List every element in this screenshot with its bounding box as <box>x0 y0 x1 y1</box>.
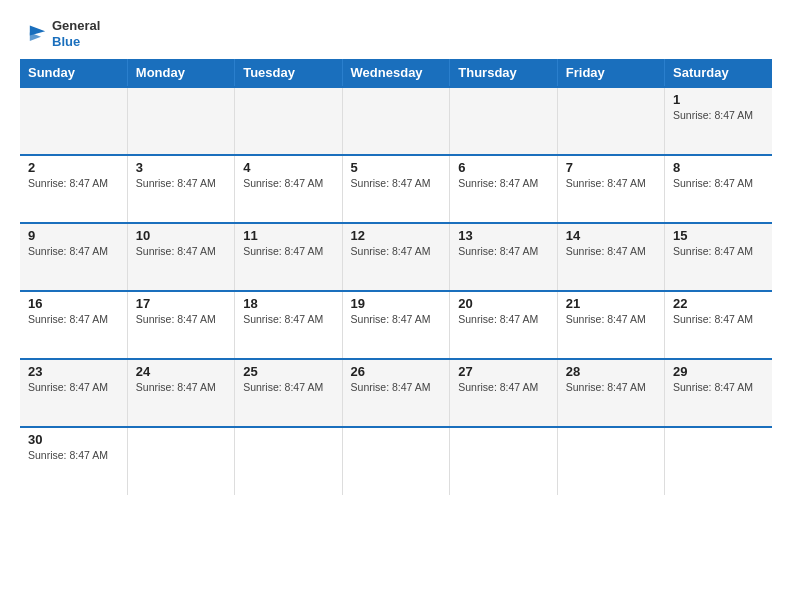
calendar-cell: 10Sunrise: 8:47 AM <box>127 223 234 291</box>
day-number: 29 <box>673 364 764 379</box>
calendar-cell <box>557 87 664 155</box>
day-info: Sunrise: 8:47 AM <box>351 245 442 257</box>
day-info: Sunrise: 8:47 AM <box>28 449 119 461</box>
calendar-cell <box>127 427 234 495</box>
day-info: Sunrise: 8:47 AM <box>673 177 764 189</box>
col-wednesday: Wednesday <box>342 59 450 87</box>
day-number: 24 <box>136 364 226 379</box>
day-number: 16 <box>28 296 119 311</box>
week-row-4: 23Sunrise: 8:47 AM24Sunrise: 8:47 AM25Su… <box>20 359 772 427</box>
day-number: 3 <box>136 160 226 175</box>
col-monday: Monday <box>127 59 234 87</box>
day-number: 10 <box>136 228 226 243</box>
day-info: Sunrise: 8:47 AM <box>243 177 333 189</box>
calendar-cell: 29Sunrise: 8:47 AM <box>664 359 772 427</box>
calendar-cell: 16Sunrise: 8:47 AM <box>20 291 127 359</box>
day-info: Sunrise: 8:47 AM <box>673 245 764 257</box>
day-info: Sunrise: 8:47 AM <box>673 381 764 393</box>
day-info: Sunrise: 8:47 AM <box>458 177 549 189</box>
calendar-cell: 27Sunrise: 8:47 AM <box>450 359 558 427</box>
calendar-cell: 18Sunrise: 8:47 AM <box>235 291 342 359</box>
day-info: Sunrise: 8:47 AM <box>28 381 119 393</box>
calendar-cell: 22Sunrise: 8:47 AM <box>664 291 772 359</box>
day-number: 9 <box>28 228 119 243</box>
day-number: 21 <box>566 296 656 311</box>
day-number: 13 <box>458 228 549 243</box>
days-header-row: Sunday Monday Tuesday Wednesday Thursday… <box>20 59 772 87</box>
calendar-cell: 20Sunrise: 8:47 AM <box>450 291 558 359</box>
day-number: 19 <box>351 296 442 311</box>
day-number: 8 <box>673 160 764 175</box>
col-friday: Friday <box>557 59 664 87</box>
week-row-5: 30Sunrise: 8:47 AM <box>20 427 772 495</box>
col-sunday: Sunday <box>20 59 127 87</box>
day-info: Sunrise: 8:47 AM <box>28 177 119 189</box>
week-row-0: 1Sunrise: 8:47 AM <box>20 87 772 155</box>
calendar-cell: 11Sunrise: 8:47 AM <box>235 223 342 291</box>
day-number: 28 <box>566 364 656 379</box>
day-number: 7 <box>566 160 656 175</box>
page: General Blue Sunday Monday Tuesday Wedne… <box>0 0 792 612</box>
calendar-cell: 14Sunrise: 8:47 AM <box>557 223 664 291</box>
calendar-cell <box>20 87 127 155</box>
day-number: 18 <box>243 296 333 311</box>
calendar-cell: 28Sunrise: 8:47 AM <box>557 359 664 427</box>
logo: General Blue <box>20 18 100 49</box>
day-info: Sunrise: 8:47 AM <box>136 313 226 325</box>
calendar-cell: 1Sunrise: 8:47 AM <box>664 87 772 155</box>
day-info: Sunrise: 8:47 AM <box>28 313 119 325</box>
calendar-cell: 3Sunrise: 8:47 AM <box>127 155 234 223</box>
calendar-cell <box>557 427 664 495</box>
day-info: Sunrise: 8:47 AM <box>351 313 442 325</box>
day-number: 12 <box>351 228 442 243</box>
week-row-3: 16Sunrise: 8:47 AM17Sunrise: 8:47 AM18Su… <box>20 291 772 359</box>
calendar-cell: 19Sunrise: 8:47 AM <box>342 291 450 359</box>
calendar-cell: 6Sunrise: 8:47 AM <box>450 155 558 223</box>
day-info: Sunrise: 8:47 AM <box>28 245 119 257</box>
day-info: Sunrise: 8:47 AM <box>566 177 656 189</box>
calendar-cell: 13Sunrise: 8:47 AM <box>450 223 558 291</box>
calendar-cell: 2Sunrise: 8:47 AM <box>20 155 127 223</box>
col-thursday: Thursday <box>450 59 558 87</box>
day-info: Sunrise: 8:47 AM <box>566 245 656 257</box>
calendar-cell: 12Sunrise: 8:47 AM <box>342 223 450 291</box>
calendar-cell <box>235 427 342 495</box>
day-number: 25 <box>243 364 333 379</box>
day-number: 5 <box>351 160 442 175</box>
calendar-cell: 15Sunrise: 8:47 AM <box>664 223 772 291</box>
day-info: Sunrise: 8:47 AM <box>458 381 549 393</box>
day-number: 20 <box>458 296 549 311</box>
day-number: 4 <box>243 160 333 175</box>
calendar-cell <box>450 87 558 155</box>
calendar-cell: 8Sunrise: 8:47 AM <box>664 155 772 223</box>
calendar-cell: 30Sunrise: 8:47 AM <box>20 427 127 495</box>
day-number: 6 <box>458 160 549 175</box>
calendar-cell: 17Sunrise: 8:47 AM <box>127 291 234 359</box>
calendar-cell: 24Sunrise: 8:47 AM <box>127 359 234 427</box>
calendar-cell: 23Sunrise: 8:47 AM <box>20 359 127 427</box>
day-info: Sunrise: 8:47 AM <box>673 109 764 121</box>
day-number: 22 <box>673 296 764 311</box>
day-number: 26 <box>351 364 442 379</box>
calendar-cell <box>664 427 772 495</box>
day-info: Sunrise: 8:47 AM <box>136 245 226 257</box>
day-info: Sunrise: 8:47 AM <box>458 245 549 257</box>
day-info: Sunrise: 8:47 AM <box>243 313 333 325</box>
calendar-cell <box>235 87 342 155</box>
day-number: 1 <box>673 92 764 107</box>
calendar-cell <box>342 87 450 155</box>
calendar-table: Sunday Monday Tuesday Wednesday Thursday… <box>20 59 772 495</box>
header: General Blue <box>0 0 792 59</box>
day-info: Sunrise: 8:47 AM <box>136 381 226 393</box>
day-info: Sunrise: 8:47 AM <box>243 245 333 257</box>
day-number: 14 <box>566 228 656 243</box>
day-info: Sunrise: 8:47 AM <box>566 313 656 325</box>
day-number: 15 <box>673 228 764 243</box>
calendar-cell: 9Sunrise: 8:47 AM <box>20 223 127 291</box>
day-number: 11 <box>243 228 333 243</box>
day-info: Sunrise: 8:47 AM <box>458 313 549 325</box>
calendar-cell: 5Sunrise: 8:47 AM <box>342 155 450 223</box>
day-number: 30 <box>28 432 119 447</box>
day-number: 17 <box>136 296 226 311</box>
day-info: Sunrise: 8:47 AM <box>351 177 442 189</box>
